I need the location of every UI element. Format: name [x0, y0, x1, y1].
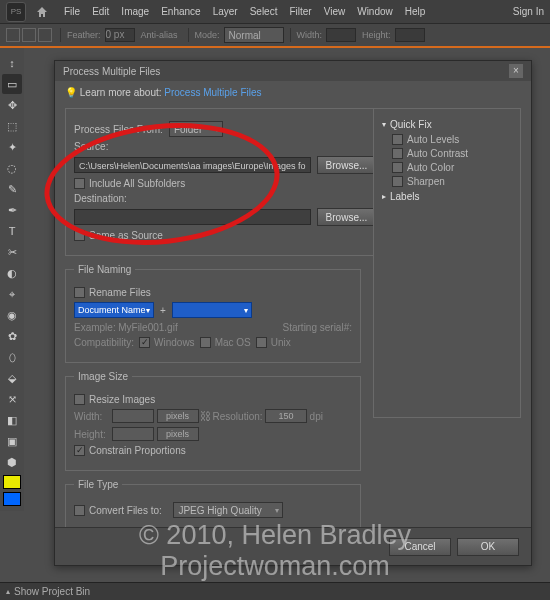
- tool-bucket[interactable]: ⤧: [2, 389, 22, 409]
- tool-quicksel[interactable]: ◌: [2, 158, 22, 178]
- tool-type[interactable]: T: [2, 221, 22, 241]
- process-from-select[interactable]: Folder: [169, 121, 223, 137]
- height-field[interactable]: [112, 427, 154, 441]
- example-value: MyFile001.gif: [118, 322, 177, 333]
- tool-lasso[interactable]: ⬚: [2, 116, 22, 136]
- mode-select[interactable]: Normal: [224, 27, 284, 43]
- close-icon[interactable]: ×: [509, 64, 523, 78]
- tool-move[interactable]: ↕: [2, 53, 22, 73]
- browse-destination-button[interactable]: Browse...: [317, 208, 377, 226]
- menu-layer[interactable]: Layer: [213, 6, 238, 17]
- width-units-select[interactable]: pixels: [157, 409, 199, 423]
- menu-window[interactable]: Window: [357, 6, 393, 17]
- tool-pencil[interactable]: ✎: [2, 179, 22, 199]
- chevron-right-icon: ▸: [382, 192, 386, 201]
- menu-help[interactable]: Help: [405, 6, 426, 17]
- tool-eraser[interactable]: ⬙: [2, 368, 22, 388]
- tool-heal[interactable]: ✿: [2, 326, 22, 346]
- compat-mac-label: Mac OS: [215, 337, 251, 348]
- sign-in-link[interactable]: Sign In: [513, 6, 544, 17]
- destination-label: Destination:: [74, 193, 127, 204]
- tool-straighten[interactable]: ⌖: [2, 284, 22, 304]
- same-as-source-label: Same as Source: [89, 230, 163, 241]
- resolution-label: Resolution:: [213, 411, 263, 422]
- auto-levels-checkbox[interactable]: [392, 134, 403, 145]
- height-label: Height:: [74, 429, 112, 440]
- learn-link[interactable]: Process Multiple Files: [164, 87, 261, 98]
- tool-hand[interactable]: ✥: [2, 95, 22, 115]
- link-icon[interactable]: ⛓: [199, 410, 213, 422]
- feather-label: Feather:: [67, 30, 101, 40]
- compat-unix-checkbox[interactable]: [256, 337, 267, 348]
- process-from-label: Process Files From:: [74, 124, 163, 135]
- cancel-button[interactable]: Cancel: [389, 538, 451, 556]
- tool-brush[interactable]: ✒: [2, 200, 22, 220]
- example-label: Example:: [74, 322, 116, 333]
- learn-more-bar: 💡 Learn more about: Process Multiple Fil…: [55, 81, 531, 104]
- source-label: Source:: [74, 141, 108, 152]
- menu-file[interactable]: File: [64, 6, 80, 17]
- tool-crop[interactable]: ✂: [2, 242, 22, 262]
- rename-files-checkbox[interactable]: [74, 287, 85, 298]
- same-as-source-checkbox[interactable]: [74, 230, 85, 241]
- height-units-select[interactable]: pixels: [157, 427, 199, 441]
- quick-fix-accordion[interactable]: ▾ Quick Fix: [382, 119, 512, 130]
- right-panel: ▾ Quick Fix Auto Levels Auto Contrast Au…: [373, 108, 521, 418]
- compat-unix-label: Unix: [271, 337, 291, 348]
- dpi-label: dpi: [310, 411, 323, 422]
- home-icon[interactable]: [34, 4, 50, 20]
- selmode-sub-icon[interactable]: [38, 28, 52, 42]
- menu-enhance[interactable]: Enhance: [161, 6, 200, 17]
- foreground-color[interactable]: [3, 475, 21, 489]
- labels-accordion[interactable]: ▸ Labels: [382, 191, 512, 202]
- resize-images-checkbox[interactable]: [74, 394, 85, 405]
- tool-redeye[interactable]: ◉: [2, 305, 22, 325]
- source-path-field[interactable]: C:\Users\Helen\Documents\aa images\Europ…: [74, 157, 311, 173]
- menu-image[interactable]: Image: [121, 6, 149, 17]
- tool-sponge[interactable]: ⬢: [2, 452, 22, 472]
- menu-select[interactable]: Select: [250, 6, 278, 17]
- selmode-add-icon[interactable]: [22, 28, 36, 42]
- tool-gradient[interactable]: ◧: [2, 410, 22, 430]
- sharpen-label: Sharpen: [407, 176, 445, 187]
- chevron-down-icon: ▾: [382, 120, 386, 129]
- dialog-titlebar[interactable]: Process Multiple Files ×: [55, 61, 531, 81]
- destination-path-field[interactable]: [74, 209, 311, 225]
- auto-levels-label: Auto Levels: [407, 134, 459, 145]
- menu-view[interactable]: View: [324, 6, 346, 17]
- tool-dodge[interactable]: ◐: [2, 263, 22, 283]
- auto-color-label: Auto Color: [407, 162, 454, 173]
- width-field[interactable]: [112, 409, 154, 423]
- tool-wand[interactable]: ✦: [2, 137, 22, 157]
- ok-button[interactable]: OK: [457, 538, 519, 556]
- convert-files-checkbox[interactable]: [74, 505, 85, 516]
- name-template-1-select[interactable]: Document Name: [74, 302, 154, 318]
- resolution-field[interactable]: 150: [265, 409, 307, 423]
- name-template-2-select[interactable]: [172, 302, 252, 318]
- optwidth-field[interactable]: [326, 28, 356, 42]
- browse-source-button[interactable]: Browse...: [317, 156, 377, 174]
- compat-windows-checkbox[interactable]: [139, 337, 150, 348]
- menu-edit[interactable]: Edit: [92, 6, 109, 17]
- auto-contrast-checkbox[interactable]: [392, 148, 403, 159]
- constrain-proportions-checkbox[interactable]: [74, 445, 85, 456]
- include-subfolders-checkbox[interactable]: [74, 178, 85, 189]
- menu-filter[interactable]: Filter: [289, 6, 311, 17]
- compat-label: Compatibility:: [74, 337, 134, 348]
- background-color[interactable]: [3, 492, 21, 506]
- status-bar[interactable]: ▴ Show Project Bin: [0, 582, 550, 600]
- menubar: PS File Edit Image Enhance Layer Select …: [0, 0, 550, 24]
- compat-mac-checkbox[interactable]: [200, 337, 211, 348]
- convert-format-select[interactable]: JPEG High Quality: [173, 502, 283, 518]
- feather-field[interactable]: 0 px: [105, 28, 135, 42]
- selmode-new-icon[interactable]: [6, 28, 20, 42]
- tool-shape[interactable]: ▣: [2, 431, 22, 451]
- tool-marquee[interactable]: ▭: [2, 74, 22, 94]
- file-type-group: File Type Convert Files to: JPEG High Qu…: [65, 479, 361, 533]
- tool-palette: ↕ ▭ ✥ ⬚ ✦ ◌ ✎ ✒ T ✂ ◐ ⌖ ◉ ✿ ⬯ ⬙ ⤧ ◧ ▣ ⬢: [0, 48, 24, 511]
- tool-stamp[interactable]: ⬯: [2, 347, 22, 367]
- image-size-group: Image Size Resize Images Width: pixels ⛓…: [65, 371, 361, 471]
- sharpen-checkbox[interactable]: [392, 176, 403, 187]
- auto-color-checkbox[interactable]: [392, 162, 403, 173]
- optheight-field[interactable]: [395, 28, 425, 42]
